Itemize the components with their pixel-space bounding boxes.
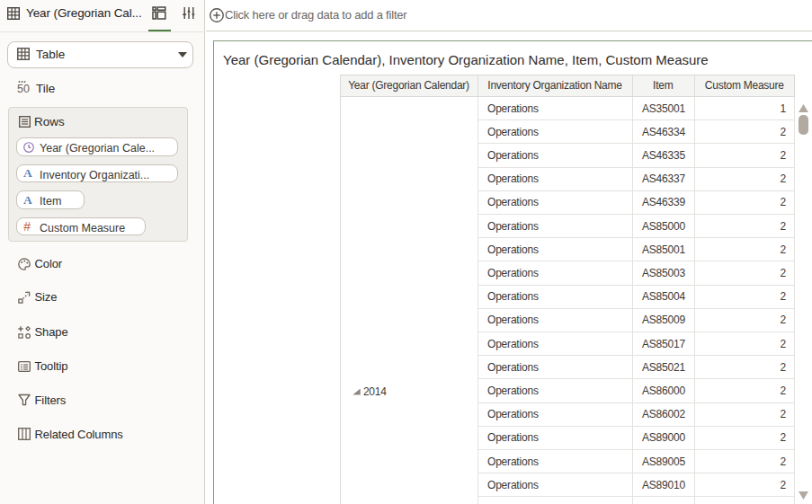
svg-text:50: 50: [17, 83, 30, 94]
